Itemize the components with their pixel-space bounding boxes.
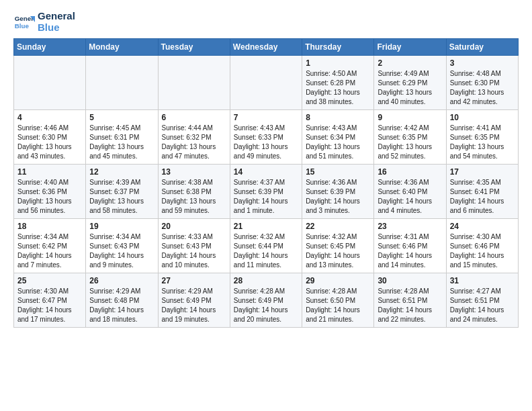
- calendar-cell: 6Sunrise: 4:44 AM Sunset: 6:32 PM Daylig…: [158, 110, 230, 165]
- day-number: 28: [234, 276, 298, 285]
- day-info: Sunrise: 4:28 AM Sunset: 6:49 PM Dayligh…: [234, 287, 298, 324]
- day-info: Sunrise: 4:28 AM Sunset: 6:50 PM Dayligh…: [306, 287, 370, 324]
- day-number: 14: [234, 167, 298, 177]
- day-info: Sunrise: 4:40 AM Sunset: 6:36 PM Dayligh…: [17, 178, 82, 216]
- calendar-row-3: 11Sunrise: 4:40 AM Sunset: 6:36 PM Dayli…: [14, 165, 519, 219]
- day-number: 11: [17, 167, 82, 177]
- calendar-cell: 17Sunrise: 4:35 AM Sunset: 6:41 PM Dayli…: [446, 165, 518, 219]
- day-info: Sunrise: 4:33 AM Sunset: 6:43 PM Dayligh…: [162, 232, 226, 270]
- calendar-cell: 7Sunrise: 4:43 AM Sunset: 6:33 PM Daylig…: [230, 110, 302, 165]
- day-number: 23: [378, 222, 442, 231]
- day-info: Sunrise: 4:36 AM Sunset: 6:40 PM Dayligh…: [378, 178, 442, 216]
- calendar-cell: 12Sunrise: 4:39 AM Sunset: 6:37 PM Dayli…: [86, 165, 158, 219]
- day-number: 31: [450, 276, 515, 285]
- calendar-cell: 2Sunrise: 4:49 AM Sunset: 6:29 PM Daylig…: [374, 56, 446, 110]
- day-info: Sunrise: 4:35 AM Sunset: 6:41 PM Dayligh…: [450, 178, 515, 216]
- day-number: 10: [450, 113, 515, 122]
- calendar-cell: 30Sunrise: 4:28 AM Sunset: 6:51 PM Dayli…: [374, 273, 446, 328]
- calendar-cell: 24Sunrise: 4:30 AM Sunset: 6:46 PM Dayli…: [446, 219, 518, 273]
- calendar-row-2: 4Sunrise: 4:46 AM Sunset: 6:30 PM Daylig…: [14, 110, 519, 165]
- day-number: 5: [89, 113, 154, 122]
- weekday-header-saturday: Saturday: [446, 39, 518, 56]
- page: General Blue General Blue SundayMondayTu…: [0, 0, 532, 338]
- logo-line2: Blue: [38, 22, 75, 34]
- calendar-cell: 23Sunrise: 4:31 AM Sunset: 6:46 PM Dayli…: [374, 219, 446, 273]
- calendar-cell: 4Sunrise: 4:46 AM Sunset: 6:30 PM Daylig…: [14, 110, 86, 165]
- day-number: 27: [162, 276, 226, 285]
- calendar-cell: 26Sunrise: 4:29 AM Sunset: 6:48 PM Dayli…: [86, 273, 158, 328]
- calendar-table: SundayMondayTuesdayWednesdayThursdayFrid…: [13, 38, 519, 328]
- calendar-row-1: 1Sunrise: 4:50 AM Sunset: 6:28 PM Daylig…: [14, 56, 519, 110]
- day-info: Sunrise: 4:37 AM Sunset: 6:39 PM Dayligh…: [234, 178, 298, 216]
- day-number: 20: [162, 222, 226, 231]
- weekday-header-wednesday: Wednesday: [230, 39, 302, 56]
- calendar-cell: 10Sunrise: 4:41 AM Sunset: 6:35 PM Dayli…: [446, 110, 518, 165]
- day-info: Sunrise: 4:50 AM Sunset: 6:28 PM Dayligh…: [306, 69, 370, 107]
- day-number: 4: [17, 113, 82, 122]
- calendar-cell: 25Sunrise: 4:30 AM Sunset: 6:47 PM Dayli…: [14, 273, 86, 328]
- calendar-cell: 22Sunrise: 4:32 AM Sunset: 6:45 PM Dayli…: [302, 219, 374, 273]
- day-info: Sunrise: 4:43 AM Sunset: 6:34 PM Dayligh…: [306, 124, 370, 161]
- day-number: 22: [306, 222, 370, 231]
- logo: General Blue General Blue: [13, 11, 75, 33]
- weekday-header-friday: Friday: [374, 39, 446, 56]
- day-info: Sunrise: 4:48 AM Sunset: 6:30 PM Dayligh…: [450, 69, 515, 107]
- calendar-cell: 31Sunrise: 4:27 AM Sunset: 6:51 PM Dayli…: [446, 273, 518, 328]
- weekday-header-monday: Monday: [86, 39, 158, 56]
- calendar-cell: 1Sunrise: 4:50 AM Sunset: 6:28 PM Daylig…: [302, 56, 374, 110]
- day-number: 19: [89, 222, 154, 231]
- day-info: Sunrise: 4:44 AM Sunset: 6:32 PM Dayligh…: [162, 124, 226, 161]
- day-number: 2: [378, 58, 442, 68]
- day-number: 7: [234, 113, 298, 122]
- day-info: Sunrise: 4:32 AM Sunset: 6:44 PM Dayligh…: [234, 232, 298, 270]
- day-number: 24: [450, 222, 515, 231]
- calendar-cell: [230, 56, 302, 110]
- weekday-header-tuesday: Tuesday: [158, 39, 230, 56]
- day-number: 13: [162, 167, 226, 177]
- calendar-cell: 27Sunrise: 4:29 AM Sunset: 6:49 PM Dayli…: [158, 273, 230, 328]
- calendar-row-4: 18Sunrise: 4:34 AM Sunset: 6:42 PM Dayli…: [14, 219, 519, 273]
- calendar-cell: 21Sunrise: 4:32 AM Sunset: 6:44 PM Dayli…: [230, 219, 302, 273]
- weekday-header-row: SundayMondayTuesdayWednesdayThursdayFrid…: [14, 39, 519, 56]
- weekday-header-sunday: Sunday: [14, 39, 86, 56]
- day-number: 21: [234, 222, 298, 231]
- day-info: Sunrise: 4:31 AM Sunset: 6:46 PM Dayligh…: [378, 232, 442, 270]
- day-number: 18: [17, 222, 82, 231]
- svg-text:General: General: [15, 15, 35, 22]
- day-number: 6: [162, 113, 226, 122]
- day-number: 1: [306, 58, 370, 68]
- day-info: Sunrise: 4:41 AM Sunset: 6:35 PM Dayligh…: [450, 124, 515, 161]
- calendar-cell: 5Sunrise: 4:45 AM Sunset: 6:31 PM Daylig…: [86, 110, 158, 165]
- day-info: Sunrise: 4:36 AM Sunset: 6:39 PM Dayligh…: [306, 178, 370, 216]
- calendar-cell: [158, 56, 230, 110]
- day-info: Sunrise: 4:34 AM Sunset: 6:42 PM Dayligh…: [17, 232, 82, 270]
- day-info: Sunrise: 4:49 AM Sunset: 6:29 PM Dayligh…: [378, 69, 442, 107]
- day-info: Sunrise: 4:28 AM Sunset: 6:51 PM Dayligh…: [378, 287, 442, 324]
- calendar-cell: 13Sunrise: 4:38 AM Sunset: 6:38 PM Dayli…: [158, 165, 230, 219]
- calendar-cell: [14, 56, 86, 110]
- day-info: Sunrise: 4:34 AM Sunset: 6:43 PM Dayligh…: [89, 232, 154, 270]
- day-number: 15: [306, 167, 370, 177]
- calendar-cell: 18Sunrise: 4:34 AM Sunset: 6:42 PM Dayli…: [14, 219, 86, 273]
- day-number: 25: [17, 276, 82, 285]
- weekday-header-thursday: Thursday: [302, 39, 374, 56]
- day-number: 16: [378, 167, 442, 177]
- day-info: Sunrise: 4:29 AM Sunset: 6:48 PM Dayligh…: [89, 287, 154, 324]
- day-info: Sunrise: 4:38 AM Sunset: 6:38 PM Dayligh…: [162, 178, 226, 216]
- calendar-cell: [86, 56, 158, 110]
- day-info: Sunrise: 4:32 AM Sunset: 6:45 PM Dayligh…: [306, 232, 370, 270]
- day-number: 30: [378, 276, 442, 285]
- day-number: 12: [89, 167, 154, 177]
- calendar-row-5: 25Sunrise: 4:30 AM Sunset: 6:47 PM Dayli…: [14, 273, 519, 328]
- day-info: Sunrise: 4:39 AM Sunset: 6:37 PM Dayligh…: [89, 178, 154, 216]
- calendar-cell: 16Sunrise: 4:36 AM Sunset: 6:40 PM Dayli…: [374, 165, 446, 219]
- day-info: Sunrise: 4:29 AM Sunset: 6:49 PM Dayligh…: [162, 287, 226, 324]
- day-number: 3: [450, 58, 515, 68]
- calendar-cell: 20Sunrise: 4:33 AM Sunset: 6:43 PM Dayli…: [158, 219, 230, 273]
- day-info: Sunrise: 4:45 AM Sunset: 6:31 PM Dayligh…: [89, 124, 154, 161]
- day-number: 17: [450, 167, 515, 177]
- day-number: 29: [306, 276, 370, 285]
- calendar-cell: 28Sunrise: 4:28 AM Sunset: 6:49 PM Dayli…: [230, 273, 302, 328]
- calendar-cell: 9Sunrise: 4:42 AM Sunset: 6:35 PM Daylig…: [374, 110, 446, 165]
- calendar-cell: 29Sunrise: 4:28 AM Sunset: 6:50 PM Dayli…: [302, 273, 374, 328]
